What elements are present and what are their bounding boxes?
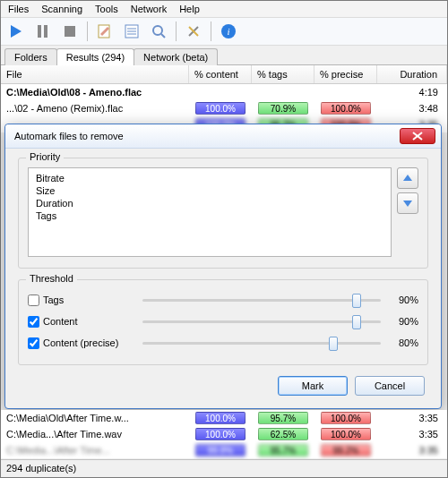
results-table-bottom: C:\Media\Old\After Time.w... 100.0% 95.7… [1,410,447,458]
cell-tags: 62.5% [252,426,314,442]
menu-tools[interactable]: Tools [95,4,118,14]
threshold-content-label: Content [43,316,78,327]
cell-precise: 100.0% [314,426,377,442]
cell-file: C:\Media\Old\08 - Ameno.flac [1,85,189,99]
arrow-up-icon [402,173,413,184]
threshold-precise-slider[interactable] [142,335,381,351]
threshold-tags-value: 90% [388,294,418,305]
priority-list[interactable]: Bitrate Size Duration Tags [28,167,392,257]
cell-file: C:\Media...\After Time.wav [1,427,189,441]
stop-button[interactable] [58,20,82,43]
threshold-tags-row: Tags 90% [28,289,418,311]
cell-file: ...\02 - Ameno (Remix).flac [1,101,189,115]
threshold-precise-row: Content (precise) 80% [28,332,418,354]
search-button[interactable] [147,20,170,43]
svg-text:i: i [227,26,229,37]
tab-results[interactable]: Results (294) [56,48,134,65]
threshold-content-row: Content 90% [28,311,418,332]
menu-network[interactable]: Network [131,4,167,14]
separator [87,21,88,41]
cancel-button[interactable]: Cancel [355,376,425,396]
priority-item[interactable]: Size [36,184,383,197]
play-button[interactable] [4,20,28,43]
table-row[interactable]: C:\Media\Old\After Time.w... 100.0% 95.7… [1,410,447,426]
table-row[interactable]: ...\02 - Ameno (Remix).flac 100.0% 70.9%… [1,100,447,116]
threshold-content-checkbox[interactable] [28,316,39,328]
column-file[interactable]: File [1,65,189,83]
move-up-button[interactable] [397,167,418,189]
pause-button[interactable] [31,20,55,43]
menu-scanning[interactable]: Scanning [41,4,82,14]
status-bar: 294 duplicate(s) [1,459,447,477]
threshold-group: Threshold Tags 90% Content 90% Content (… [18,279,428,365]
svg-rect-1 [38,25,41,38]
cell-precise [314,90,377,94]
cell-content: 100.0% [189,100,252,116]
dialog-titlebar: Automark files to remove [5,124,441,149]
column-tags[interactable]: % tags [252,65,314,83]
svg-point-10 [153,26,162,35]
list-view-button[interactable] [120,20,143,43]
column-duration[interactable]: Duration [377,65,447,83]
toolbar: i [1,18,447,46]
edit-button[interactable] [93,20,116,43]
threshold-tags-label: Tags [43,294,64,305]
column-headers: File % content % tags % precise Duration [1,65,447,84]
dialog-buttons: Mark Cancel [18,376,428,397]
menu-files[interactable]: Files [8,4,29,14]
cell-precise: 100.0% [314,410,377,426]
cell-duration: 3:35 [377,411,447,425]
tab-network[interactable]: Network (beta) [134,48,218,65]
threshold-precise-checkbox[interactable] [28,337,39,349]
cell-tags [252,90,314,94]
arrow-down-icon [402,198,413,209]
close-button[interactable] [400,128,435,144]
tab-folders[interactable]: Folders [4,48,57,65]
tab-bar: Folders Results (294) Network (beta) [1,46,447,65]
separator [176,21,177,41]
threshold-tags-checkbox[interactable] [28,294,39,306]
svg-marker-19 [403,201,412,207]
threshold-content-value: 90% [388,316,418,327]
priority-item[interactable]: Tags [36,209,383,222]
priority-group: Priority Bitrate Size Duration Tags [18,158,428,269]
threshold-precise-value: 80% [388,337,418,348]
close-icon [412,132,423,141]
move-down-button[interactable] [397,192,418,214]
table-row[interactable]: C:\Media...\After Time.wav 100.0% 62.5% … [1,426,447,442]
mark-button[interactable]: Mark [278,376,348,396]
cell-content: 100.0% [189,426,252,442]
cell-content: 100.0% [189,410,252,426]
threshold-tags-slider[interactable] [142,292,381,308]
cell-tags: 70.9% [252,100,314,116]
svg-rect-2 [44,25,47,38]
dialog-title: Automark files to remove [14,131,124,141]
cell-precise: 100.0% [314,100,377,116]
menu-help[interactable]: Help [179,4,200,14]
cell-duration: 4:19 [377,85,447,99]
status-text: 294 duplicate(s) [6,463,76,474]
column-content[interactable]: % content [189,65,252,83]
table-row[interactable]: C:\Media\Old\08 - Ameno.flac 4:19 [1,84,447,100]
svg-line-11 [161,34,165,38]
priority-label: Priority [26,151,64,162]
threshold-precise-label: Content (precise) [43,337,118,348]
cell-tags: 95.7% [252,410,314,426]
threshold-content-slider[interactable] [142,313,381,329]
svg-marker-0 [11,25,22,38]
column-precise[interactable]: % precise [314,65,377,83]
automark-dialog: Automark files to remove Priority Bitrat… [4,124,442,409]
threshold-label: Threshold [26,273,77,284]
cell-file: C:\Media\Old\After Time.w... [1,411,189,425]
priority-item[interactable]: Bitrate [36,172,383,184]
table-row: C:\Media...\After Time... 99.8% 95.7% 99… [1,442,447,458]
cell-duration: 3:48 [377,101,447,115]
menu-bar: Files Scanning Tools Network Help [1,1,447,18]
separator [211,21,211,41]
settings-button[interactable] [182,20,205,43]
cell-duration: 3:35 [377,427,447,441]
svg-rect-3 [65,26,75,37]
cell-content [189,90,252,94]
priority-item[interactable]: Duration [36,197,383,209]
info-button[interactable]: i [217,20,240,43]
